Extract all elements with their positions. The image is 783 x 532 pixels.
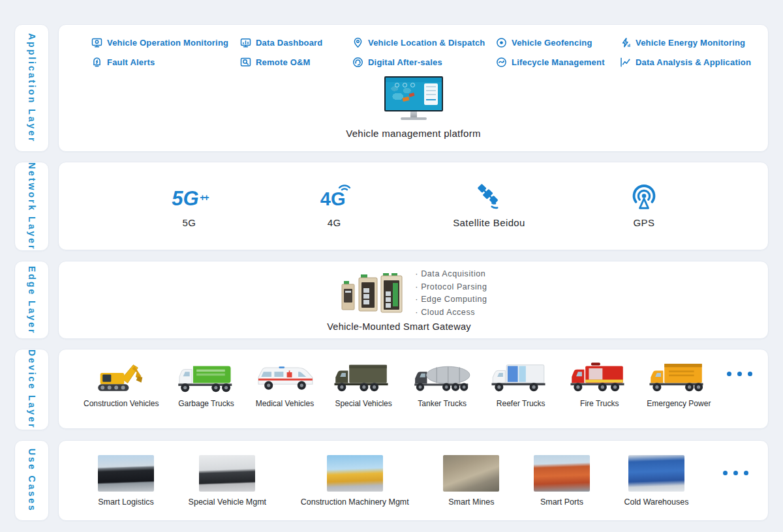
- network-item-5g: 5G++ 5G: [163, 186, 215, 228]
- app-feature-vehicle-energy-monitoring: Vehicle Energy Monitoring: [620, 37, 768, 48]
- use-case-cold-warehouses: Cold Warehouses: [624, 455, 689, 507]
- app-feature-data-dashboard: Data Dashboard: [240, 37, 352, 48]
- 4g-logo-icon: 4G: [320, 186, 348, 211]
- ambulance-image: [254, 358, 316, 396]
- device-item-tanker: Tanker Trucks: [411, 358, 474, 408]
- use-case-photo: [199, 455, 255, 492]
- app-feature-fault-alerts: Fault Alerts: [91, 57, 240, 68]
- layer-label-text: Application Layer: [27, 33, 37, 143]
- location-pin-icon: [352, 37, 363, 48]
- device-item-label: Construction Vehicles: [84, 399, 159, 408]
- power-truck-image: [647, 358, 710, 396]
- device-item-label: Tanker Trucks: [418, 399, 467, 408]
- device-item-special: Special Vehicles: [332, 358, 395, 408]
- app-feature-label: Vehicle Geofencing: [512, 38, 592, 48]
- app-feature-lifecycle-management: Lifecycle Management: [496, 57, 620, 68]
- use-cases-row: Use Cases Smart Logistics Special Vehicl…: [14, 440, 769, 521]
- wifi-arcs-icon: [337, 182, 352, 191]
- more-devices-indicator: [727, 372, 752, 376]
- gateway-feature-list: Data Acquisition Protocol Parsing Edge C…: [415, 268, 487, 319]
- app-feature-remote-om: Remote O&M: [240, 57, 352, 68]
- gateway-caption: Vehicle-Mounted Smart Gateway: [327, 321, 471, 332]
- monitor-screen: [384, 76, 443, 111]
- layer-label-text: Device Layer: [27, 349, 37, 429]
- network-item-4g: 4G 4G: [308, 186, 360, 228]
- use-case-label: Smart Ports: [540, 497, 583, 507]
- network-item-label: GPS: [634, 217, 655, 228]
- device-item-label: Emergency Power: [647, 399, 711, 408]
- use-case-photo: [98, 455, 154, 492]
- app-feature-digital-after-sales: Digital After-sales: [352, 57, 496, 68]
- edge-gateway-group: Data Acquisition Protocol Parsing Edge C…: [339, 268, 487, 319]
- chart-line-icon: [620, 57, 631, 68]
- network-item-label: 4G: [328, 217, 341, 228]
- app-feature-label: Digital After-sales: [368, 57, 442, 67]
- use-case-photo: [534, 455, 590, 492]
- use-case-photo: [443, 455, 499, 492]
- military-truck-image: [332, 358, 395, 396]
- layer-label-application: Application Layer: [14, 24, 49, 152]
- app-feature-vehicle-location-dispatch: Vehicle Location & Dispatch: [352, 37, 496, 48]
- lifecycle-icon: [496, 57, 507, 68]
- platform-monitor-image: [384, 76, 443, 120]
- network-item-satellite-beidou: Satellite Beidou: [453, 184, 525, 228]
- network-layer-card: 5G++ 5G 4G 4G: [58, 162, 769, 250]
- use-case-label: Construction Machinery Mgmt: [301, 497, 409, 507]
- monitor-screen-icon: [91, 37, 102, 48]
- use-case-label: Smart Mines: [448, 497, 494, 507]
- device-layer-row: Device Layer Construction Vehicles: [14, 349, 769, 430]
- architecture-diagram: Application Layer Vehicle Operation Moni…: [0, 0, 783, 521]
- app-feature-label: Data Dashboard: [256, 38, 323, 48]
- tanker-truck-image: [411, 358, 474, 396]
- app-feature-label: Lifecycle Management: [512, 57, 605, 67]
- use-case-items: Smart Logistics Special Vehicle Mgmt Con…: [59, 441, 768, 507]
- layer-label-text: Use Cases: [27, 449, 37, 512]
- device-item-label: Garbage Trucks: [178, 399, 234, 408]
- screen-truck-graphic: [402, 96, 409, 102]
- gateway-feature: Edge Computing: [415, 293, 487, 306]
- layer-label-use-cases: Use Cases: [14, 440, 49, 521]
- gps-broadcast-icon: [630, 184, 658, 211]
- 5g-logo-icon: 5G++: [172, 186, 206, 211]
- device-item-label: Medical Vehicles: [256, 399, 314, 408]
- network-items: 5G++ 5G 4G 4G: [59, 184, 768, 228]
- app-feature-label: Remote O&M: [256, 57, 311, 67]
- more-use-cases-indicator: [723, 471, 748, 475]
- device-item-label: Fire Trucks: [580, 399, 619, 408]
- device-item-medical: Medical Vehicles: [254, 358, 316, 408]
- application-layer-card: Vehicle Operation Monitoring Data Dashbo…: [58, 24, 769, 152]
- use-case-photo: [327, 455, 383, 492]
- device-layer-card: Construction Vehicles Garbage Trucks: [58, 349, 769, 429]
- platform-caption: Vehicle management platform: [346, 128, 481, 139]
- vehicle-management-platform: Vehicle management platform: [59, 76, 768, 139]
- app-feature-label: Data Analysis & Application: [636, 57, 751, 67]
- layer-label-edge: Edge Layer: [14, 261, 49, 339]
- app-feature-label: Vehicle Energy Monitoring: [636, 38, 745, 48]
- device-item-garbage: Garbage Trucks: [175, 358, 238, 408]
- screen-login-panel: [424, 83, 438, 105]
- remote-search-icon: [240, 57, 251, 68]
- alert-bell-icon: [91, 57, 102, 68]
- app-feature-vehicle-geofencing: Vehicle Geofencing: [496, 37, 620, 48]
- reefer-truck-image: [489, 358, 552, 396]
- edge-layer-row: Edge Layer: [14, 261, 769, 339]
- app-feature-vehicle-operation-monitoring: Vehicle Operation Monitoring: [91, 37, 240, 48]
- layer-label-device: Device Layer: [14, 349, 49, 430]
- layer-label-text: Network Layer: [27, 162, 37, 250]
- headset-icon: [352, 57, 363, 68]
- use-case-smart-ports: Smart Ports: [534, 455, 590, 507]
- network-layer-row: Network Layer 5G++ 5G 4G 4G: [14, 162, 769, 251]
- energy-bolt-icon: [620, 37, 631, 48]
- use-case-smart-logistics: Smart Logistics: [98, 455, 154, 507]
- geofence-target-icon: [496, 37, 507, 48]
- use-case-label: Special Vehicle Mgmt: [189, 497, 267, 507]
- satellite-icon: [476, 184, 503, 211]
- excavator-image: [90, 358, 153, 396]
- application-layer-row: Application Layer Vehicle Operation Moni…: [14, 24, 769, 152]
- device-item-emergency-power: Emergency Power: [647, 358, 711, 408]
- use-case-smart-mines: Smart Mines: [443, 455, 499, 507]
- use-case-label: Smart Logistics: [98, 497, 153, 507]
- smart-gateway-image: [339, 273, 405, 314]
- network-item-gps: GPS: [618, 184, 670, 228]
- use-case-special-vehicle-mgmt: Special Vehicle Mgmt: [189, 455, 267, 507]
